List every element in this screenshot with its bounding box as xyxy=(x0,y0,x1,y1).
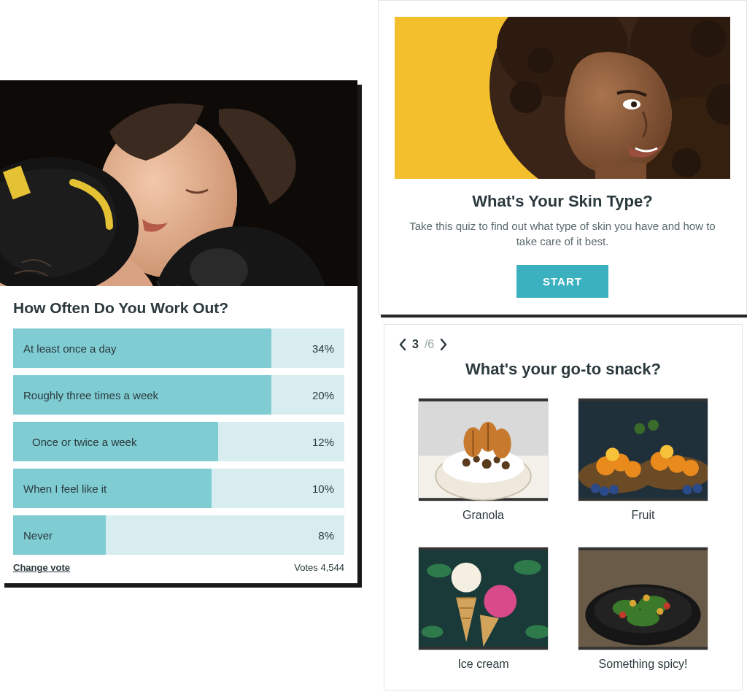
snack-question-card: 3/6 What's your go-to snack? Granola xyxy=(384,324,743,691)
svg-point-67 xyxy=(663,603,670,609)
poll-body: How Often Do You Work Out? At least once… xyxy=(0,286,357,583)
svg-point-52 xyxy=(514,560,541,574)
svg-point-31 xyxy=(492,428,511,458)
svg-point-44 xyxy=(600,486,609,496)
snack-option-label: Granola xyxy=(418,509,549,522)
votes-count: Votes 4,544 xyxy=(294,562,344,573)
poll-hero-image xyxy=(0,80,357,286)
svg-point-16 xyxy=(510,81,542,113)
snack-option-label: Something spicy! xyxy=(578,658,708,671)
poll-option[interactable]: Never 8% xyxy=(13,515,344,555)
svg-point-49 xyxy=(648,420,659,431)
quiz-description: Take this quiz to find out what type of … xyxy=(395,218,730,249)
svg-point-45 xyxy=(609,485,619,494)
svg-point-40 xyxy=(683,460,699,476)
snack-question-title: What's your go-to snack? xyxy=(399,360,727,379)
poll-option-pct: 34% xyxy=(312,342,334,355)
svg-point-65 xyxy=(643,594,650,601)
svg-point-46 xyxy=(683,485,692,494)
poll-option[interactable]: Roughly three times a week 20% xyxy=(13,375,344,415)
start-button[interactable]: START xyxy=(516,265,608,298)
snack-option-spicy[interactable]: Something spicy! xyxy=(578,547,708,671)
poll-option[interactable]: At least once a day 34% xyxy=(13,328,344,368)
svg-point-19 xyxy=(672,148,701,177)
poll-title: How Often Do You Work Out? xyxy=(13,299,344,317)
svg-point-56 xyxy=(484,585,516,618)
svg-point-51 xyxy=(427,564,452,577)
svg-point-47 xyxy=(693,484,703,493)
chevron-right-icon[interactable] xyxy=(440,339,447,350)
snack-thumb xyxy=(578,547,708,650)
svg-point-41 xyxy=(605,447,619,461)
svg-point-63 xyxy=(630,600,636,607)
snack-option-label: Fruit xyxy=(578,509,708,522)
svg-point-62 xyxy=(627,610,659,626)
snack-option-fruit[interactable]: Fruit xyxy=(578,398,708,522)
poll-option-pct: 8% xyxy=(318,529,334,542)
snack-option-icecream[interactable]: Ice cream xyxy=(418,547,549,671)
snack-option-label: Ice cream xyxy=(418,658,549,671)
svg-point-37 xyxy=(624,461,640,477)
quiz-hero-image xyxy=(395,17,730,179)
snack-option-granola[interactable]: Granola xyxy=(418,398,549,522)
poll-option-label: At least once a day xyxy=(13,342,117,355)
step-nav: 3/6 xyxy=(399,338,727,351)
snack-thumb xyxy=(418,398,549,501)
step-current: 3 xyxy=(412,338,419,351)
poll-option-label: Never xyxy=(13,529,53,542)
svg-point-24 xyxy=(462,458,471,466)
svg-point-55 xyxy=(452,563,481,593)
svg-point-28 xyxy=(502,461,510,469)
chevron-left-icon[interactable] xyxy=(399,339,406,350)
poll-option-pct: 10% xyxy=(312,482,334,495)
poll-option-label: Roughly three times a week xyxy=(13,389,158,401)
svg-point-48 xyxy=(634,423,645,434)
snack-options-grid: Granola Fruit xyxy=(399,398,727,671)
poll-option-label: Once or twice a week xyxy=(13,436,136,448)
poll-option-label: When I feel like it xyxy=(13,482,107,495)
poll-option-pct: 12% xyxy=(312,436,334,448)
poll-card: How Often Do You Work Out? At least once… xyxy=(0,80,357,583)
svg-point-54 xyxy=(422,626,444,638)
poll-option[interactable]: When I feel like it 10% xyxy=(13,469,344,508)
poll-footer: Change vote Votes 4,544 xyxy=(13,562,344,573)
step-total: 6 xyxy=(427,338,434,350)
svg-point-66 xyxy=(619,612,626,618)
svg-point-43 xyxy=(591,484,600,493)
svg-point-14 xyxy=(631,101,637,107)
poll-option-pct: 20% xyxy=(312,389,334,401)
svg-rect-12 xyxy=(595,163,646,179)
quiz-title: What's Your Skin Type? xyxy=(395,192,730,211)
quiz-start-card: What's Your Skin Type? Take this quiz to… xyxy=(378,0,747,315)
svg-point-15 xyxy=(527,47,554,74)
svg-point-17 xyxy=(690,20,727,57)
svg-point-26 xyxy=(482,459,492,469)
snack-thumb xyxy=(418,547,549,650)
change-vote-link[interactable]: Change vote xyxy=(13,562,70,573)
svg-point-42 xyxy=(660,445,674,458)
svg-point-64 xyxy=(657,608,663,615)
poll-option[interactable]: Once or twice a week 12% xyxy=(13,422,344,461)
snack-thumb xyxy=(578,398,708,501)
